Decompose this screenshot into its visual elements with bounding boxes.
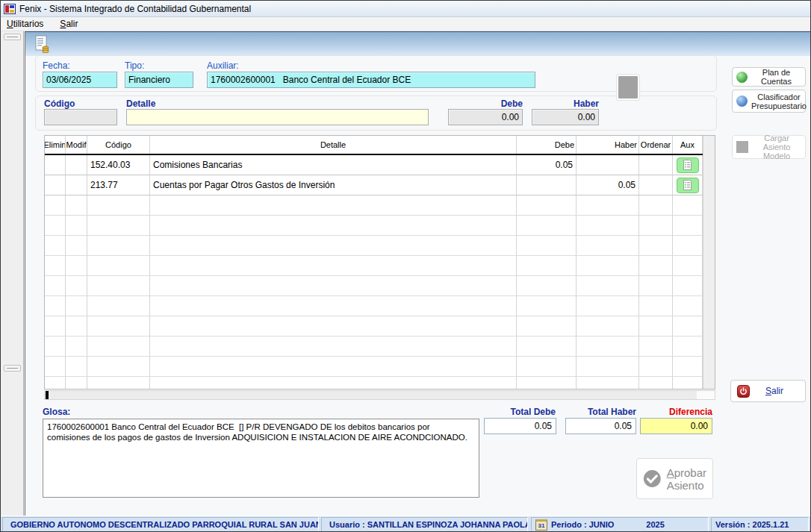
menubar: Utilitarios Salir — [1, 17, 810, 31]
statusbar: GOBIERNO AUTONOMO DESCENTRALIZADO PARROQ… — [1, 516, 810, 532]
table-empty-row — [45, 236, 703, 256]
menu-item-salir[interactable]: Salir — [60, 19, 78, 29]
status-period-year: 2025 — [646, 520, 664, 529]
main-content: Fecha: 03/06/2025 Tipo: Financiero Auxil… — [25, 31, 811, 516]
glosa-label: Glosa: — [43, 407, 70, 417]
table-empty-row — [45, 377, 703, 389]
table-empty-row — [45, 256, 703, 276]
green-sphere-icon — [736, 72, 748, 83]
total-debe-value: 0.05 — [484, 418, 556, 434]
scrollbar-marker[interactable] — [46, 391, 49, 399]
cell-modif[interactable] — [66, 155, 87, 175]
debe-label: Debe — [474, 98, 523, 109]
tipo-label: Tipo: — [125, 60, 144, 71]
cell-ordenar[interactable] — [639, 175, 673, 195]
tipo-field[interactable]: Financiero — [125, 72, 193, 88]
table-row[interactable]: 152.40.03 Comisiones Bancarias 0.05 — [45, 155, 703, 175]
status-user: Usuario : SANTILLAN ESPINOZA JOHANNA PAO… — [321, 517, 528, 532]
cell-elimin[interactable] — [45, 155, 66, 175]
th-aux[interactable]: Aux — [673, 136, 703, 154]
table-row[interactable]: 213.77 Cuentas por Pagar Otros Gastos de… — [45, 175, 703, 195]
status-version: Versión : 2025.1.21 — [711, 517, 809, 532]
blue-sphere-icon — [736, 96, 748, 107]
document-icon — [683, 180, 692, 190]
cell-aux — [673, 175, 703, 195]
table-empty-row — [45, 316, 703, 337]
cargar-asiento-modelo-button[interactable]: Cargar AsientoModelo — [732, 135, 806, 159]
plan-de-cuentas-button[interactable]: Plan de Cuentas — [732, 67, 806, 87]
table-header-row: Elimin Modif Código Detalle Debe Haber O… — [45, 136, 703, 155]
status-period: 31 Periodo : JUNIO 2025 — [531, 517, 709, 532]
detalle-input[interactable] — [126, 109, 429, 125]
cell-haber — [577, 155, 639, 175]
cell-modif[interactable] — [66, 175, 87, 195]
th-modif[interactable]: Modif — [66, 136, 87, 154]
codigo-label: Código — [44, 98, 75, 109]
journal-entry-icon[interactable] — [34, 35, 51, 53]
glosa-textarea[interactable]: 1760002600001 Banco Central del Ecuador … — [43, 419, 479, 498]
th-codigo[interactable]: Código — [87, 136, 150, 154]
haber-label: Haber — [558, 98, 599, 109]
square-button[interactable] — [617, 75, 639, 100]
menu-item-utilitarios[interactable]: Utilitarios — [7, 19, 43, 29]
codigo-input[interactable] — [44, 109, 117, 125]
aux-button[interactable] — [677, 157, 699, 173]
aux-button[interactable] — [677, 178, 699, 193]
th-detalle[interactable]: Detalle — [150, 136, 517, 154]
diferencia-label: Diferencia — [644, 407, 712, 417]
auxiliar-label: Auxiliar: — [207, 60, 239, 71]
left-panel — [1, 31, 24, 532]
cell-elimin[interactable] — [45, 175, 66, 195]
scrollbar-endcap — [697, 391, 715, 399]
horizontal-scrollbar[interactable] — [44, 390, 715, 400]
clasificador-presupuestario-button[interactable]: ClasificadorPresupuestario — [732, 90, 806, 113]
diferencia-value: 0.00 — [640, 418, 712, 434]
fecha-field[interactable]: 03/06/2025 — [43, 72, 117, 88]
panel-grip-top[interactable] — [4, 34, 21, 40]
cell-haber: 0.05 — [577, 175, 639, 195]
titlebar: Fenix - Sistema Integrado de Contabilida… — [1, 1, 810, 17]
gray-square-icon — [736, 141, 748, 153]
haber-input[interactable]: 0.00 — [532, 109, 599, 125]
cell-codigo: 152.40.03 — [87, 155, 150, 175]
entries-table: Elimin Modif Código Detalle Debe Haber O… — [44, 135, 715, 389]
th-ordenar[interactable]: Ordenar — [639, 136, 673, 154]
table-empty-row — [45, 195, 703, 216]
cell-debe — [517, 175, 577, 195]
cell-codigo: 213.77 — [87, 175, 150, 195]
app-window: Fenix - Sistema Integrado de Contabilida… — [0, 0, 811, 532]
salir-button[interactable]: Salir — [730, 380, 806, 402]
plan-de-cuentas-label: Plan de Cuentas — [751, 68, 801, 86]
table-empty-row — [45, 296, 703, 316]
panel-grip-middle[interactable] — [4, 365, 21, 372]
table-empty-rows — [45, 195, 703, 389]
table-empty-row — [45, 357, 703, 377]
detalle-label: Detalle — [126, 98, 155, 109]
document-icon — [683, 160, 692, 170]
th-haber[interactable]: Haber — [577, 136, 639, 154]
aprobar-asiento-button[interactable]: AprobarAsiento — [636, 458, 713, 499]
th-debe[interactable]: Debe — [517, 136, 577, 154]
fecha-label: Fecha: — [43, 60, 70, 71]
debe-input[interactable]: 0.00 — [448, 109, 523, 125]
cell-aux — [673, 155, 703, 175]
clasificador-label: ClasificadorPresupuestario — [751, 93, 807, 110]
window-title: Fenix - Sistema Integrado de Contabilida… — [19, 4, 251, 14]
status-entity: GOBIERNO AUTONOMO DESCENTRALIZADO PARROQ… — [2, 517, 319, 532]
salir-label: Salir — [750, 386, 799, 396]
vertical-scrollbar[interactable] — [703, 136, 715, 389]
app-icon — [4, 4, 16, 14]
total-haber-label: Total Haber — [567, 407, 636, 417]
auxiliar-field[interactable]: 1760002600001 Banco Central del Ecuador … — [207, 72, 535, 88]
cell-detalle: Cuentas por Pagar Otros Gastos de Invers… — [150, 175, 517, 195]
aprobar-asiento-label: AprobarAsiento — [667, 466, 706, 492]
total-debe-label: Total Debe — [485, 407, 556, 417]
table-empty-row — [45, 276, 703, 296]
total-haber-value: 0.05 — [565, 418, 636, 434]
toolbar — [25, 31, 811, 56]
cell-ordenar[interactable] — [639, 155, 673, 175]
cargar-asiento-label: Cargar AsientoModelo — [752, 134, 801, 160]
cell-detalle: Comisiones Bancarias — [150, 155, 517, 175]
th-elimin[interactable]: Elimin — [45, 136, 66, 154]
table-empty-row — [45, 216, 703, 236]
